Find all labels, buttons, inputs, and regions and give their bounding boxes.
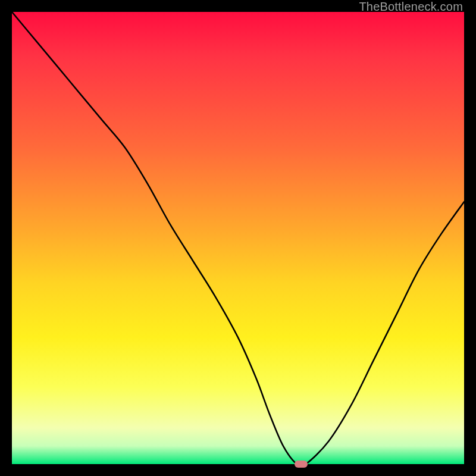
curve-svg: [12, 12, 464, 464]
bottleneck-curve: [12, 12, 464, 464]
plot-area: [12, 12, 464, 464]
optimal-marker: [295, 461, 308, 468]
chart-frame: TheBottleneck.com: [0, 0, 476, 476]
